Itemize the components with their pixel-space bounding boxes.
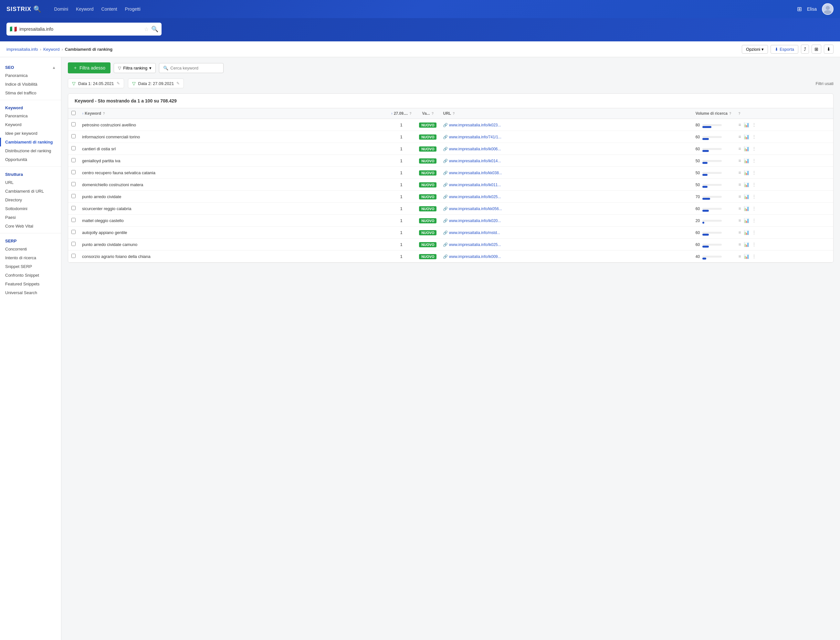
detail-icon-4[interactable]: ⋮	[751, 170, 757, 176]
sidebar-item-opportunita[interactable]: Opportunità	[0, 155, 61, 164]
list-icon-5[interactable]: ≡	[738, 181, 741, 188]
chart-icon-10[interactable]: 📊	[743, 241, 750, 248]
sidebar-item-keyword[interactable]: Keyword	[0, 120, 61, 129]
chart-icon-9[interactable]: 📊	[743, 229, 750, 236]
chart-icon-2[interactable]: 📊	[743, 146, 750, 152]
url-link-2[interactable]: 🔗 www.impresaitalia.info/ik006...	[443, 147, 501, 151]
chart-icon-5[interactable]: 📊	[743, 181, 750, 188]
row-checkbox-4[interactable]	[72, 170, 76, 174]
url-link-11[interactable]: 🔗 www.impresaitalia.info/ik009...	[443, 254, 501, 259]
edit-icon2[interactable]: ✎	[176, 81, 180, 86]
detail-icon-2[interactable]: ⋮	[751, 146, 757, 152]
list-icon-7[interactable]: ≡	[738, 205, 741, 212]
sidebar-item-universal-search[interactable]: Universal Search	[0, 288, 61, 297]
settings-view-button[interactable]: ⬇	[824, 45, 834, 54]
sidebar-item-idee-keyword[interactable]: Idee per keyword	[0, 129, 61, 138]
chart-icon-3[interactable]: 📊	[743, 157, 750, 164]
sidebar-item-snippet-serp[interactable]: Snippet SERP	[0, 262, 61, 271]
sidebar-item-concorrenti[interactable]: Concorrenti	[0, 245, 61, 253]
sidebar-item-intento-ricerca[interactable]: Intento di ricerca	[0, 253, 61, 262]
logo[interactable]: SISTRIX 🔍	[6, 5, 42, 13]
detail-icon-7[interactable]: ⋮	[751, 205, 757, 212]
sidebar-item-panoramica-seo[interactable]: Panoramica	[0, 71, 61, 80]
chart-icon-6[interactable]: 📊	[743, 193, 750, 200]
url-link-4[interactable]: 🔗 www.impresaitalia.info/kk038...	[443, 171, 502, 175]
list-icon-10[interactable]: ≡	[738, 241, 741, 248]
data2-badge[interactable]: ▽ Data 2: 27.09.2021 ✎	[128, 78, 184, 88]
filtra-adesso-button[interactable]: ＋ Filtra adesso	[68, 62, 110, 74]
row-checkbox-1[interactable]	[72, 134, 76, 138]
list-icon-11[interactable]: ≡	[738, 253, 741, 259]
url-link-6[interactable]: 🔗 www.impresaitalia.info/ik025...	[443, 195, 501, 199]
esporta-button[interactable]: ⬇ Esporta	[771, 45, 798, 54]
star-icon[interactable]: ☆	[144, 26, 149, 32]
url-link-1[interactable]: 🔗 www.impresaitalia.info/741/1...	[443, 135, 501, 139]
row-checkbox-3[interactable]	[72, 158, 76, 162]
cerca-keyword-input[interactable]	[170, 66, 219, 70]
chart-icon-11[interactable]: 📊	[743, 253, 750, 259]
detail-icon-1[interactable]: ⋮	[751, 133, 757, 140]
chart-icon-8[interactable]: 📊	[743, 217, 750, 224]
sidebar-item-cambiamenti-url[interactable]: Cambiamenti di URL	[0, 187, 61, 195]
col-va-header[interactable]: Va... ?	[416, 108, 440, 119]
sidebar-item-sottodomini[interactable]: Sottodomini	[0, 204, 61, 213]
table-view-button[interactable]: ⊞	[811, 45, 821, 54]
search-input[interactable]	[19, 27, 142, 32]
detail-icon-8[interactable]: ⋮	[751, 217, 757, 224]
row-checkbox-6[interactable]	[72, 194, 76, 198]
breadcrumb-home[interactable]: impresaitalia.info	[6, 47, 38, 52]
col-url-header[interactable]: URL ?	[440, 108, 692, 119]
detail-icon-11[interactable]: ⋮	[751, 253, 757, 259]
row-checkbox-5[interactable]	[72, 182, 76, 186]
url-link-9[interactable]: 🔗 www.impresaitalia.info/mstd...	[443, 230, 500, 235]
detail-icon-5[interactable]: ⋮	[751, 181, 757, 188]
filtra-ranking-button[interactable]: ▽ Filtra ranking ▾	[114, 63, 156, 73]
row-checkbox-8[interactable]	[72, 218, 76, 222]
avatar[interactable]	[822, 3, 834, 15]
url-link-3[interactable]: 🔗 www.impresaitalia.info/ik014...	[443, 159, 501, 163]
sidebar-item-cambiamenti-ranking[interactable]: Cambiamenti di ranking	[0, 138, 61, 146]
chart-icon-4[interactable]: 📊	[743, 170, 750, 176]
detail-icon-0[interactable]: ⋮	[751, 122, 757, 128]
opzioni-button[interactable]: Opzioni ▾	[742, 45, 768, 54]
url-link-8[interactable]: 🔗 www.impresaitalia.info/ik020...	[443, 219, 501, 223]
chart-icon-7[interactable]: 📊	[743, 205, 750, 212]
sidebar-item-panoramica-kw[interactable]: Panoramica	[0, 112, 61, 120]
list-icon-9[interactable]: ≡	[738, 229, 741, 236]
detail-icon-10[interactable]: ⋮	[751, 241, 757, 248]
sidebar-item-url[interactable]: URL	[0, 178, 61, 187]
edit-icon1[interactable]: ✎	[117, 81, 120, 86]
chart-icon-1[interactable]: 📊	[743, 133, 750, 140]
list-icon-6[interactable]: ≡	[738, 193, 741, 200]
sidebar-item-stima-traffico[interactable]: Stima del traffico	[0, 88, 61, 97]
list-icon-8[interactable]: ≡	[738, 217, 741, 224]
row-checkbox-0[interactable]	[72, 122, 76, 126]
search-button-icon[interactable]: 🔍	[151, 26, 158, 33]
data1-badge[interactable]: ▽ Data 1: 24.05.2021 ✎	[68, 78, 124, 88]
sidebar-collapse-seo[interactable]: ▲	[52, 65, 56, 70]
sidebar-item-paesi[interactable]: Paesi	[0, 213, 61, 222]
breadcrumb-keyword[interactable]: Keyword	[43, 47, 60, 52]
nav-keyword[interactable]: Keyword	[76, 6, 93, 12]
sidebar-item-distribuzione-ranking[interactable]: Distribuzione del ranking	[0, 146, 61, 155]
url-link-5[interactable]: 🔗 www.impresaitalia.info/ik011...	[443, 182, 501, 187]
sidebar-item-indice-visibilita[interactable]: Indice di Visibilità	[0, 80, 61, 88]
row-checkbox-9[interactable]	[72, 230, 76, 234]
col-keyword-header[interactable]: ↑ Keyword ?	[79, 108, 387, 119]
sidebar-item-confronto-snippet[interactable]: Confronto Snippet	[0, 271, 61, 280]
url-link-10[interactable]: 🔗 www.impresaitalia.info/ik025...	[443, 242, 501, 247]
url-link-7[interactable]: 🔗 www.impresaitalia.info/kk056...	[443, 206, 502, 211]
sidebar-item-directory[interactable]: Directory	[0, 195, 61, 204]
sidebar-item-core-web-vital[interactable]: Core Web Vital	[0, 222, 61, 230]
list-icon-1[interactable]: ≡	[738, 133, 741, 140]
row-checkbox-10[interactable]	[72, 242, 76, 246]
detail-icon-3[interactable]: ⋮	[751, 157, 757, 164]
grid-icon[interactable]: ⊞	[797, 5, 802, 13]
row-checkbox-7[interactable]	[72, 206, 76, 210]
list-icon-0[interactable]: ≡	[738, 122, 741, 128]
chart-icon-0[interactable]: 📊	[743, 122, 750, 128]
sidebar-item-featured-snippets[interactable]: Featured Snippets	[0, 280, 61, 288]
list-icon-3[interactable]: ≡	[738, 157, 741, 164]
list-icon-2[interactable]: ≡	[738, 146, 741, 152]
nav-domini[interactable]: Domini	[54, 6, 69, 12]
